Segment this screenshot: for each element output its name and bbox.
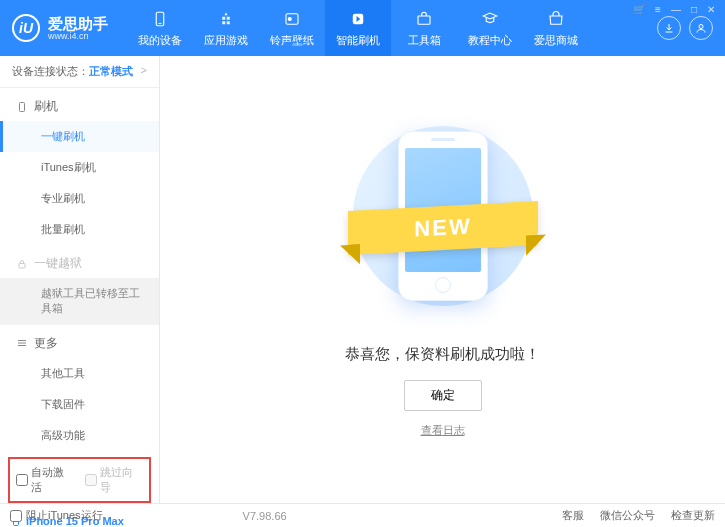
svg-rect-7: [20, 102, 25, 111]
sidebar-item-advanced[interactable]: 高级功能: [0, 420, 159, 451]
window-controls: 🛒 ≡ — □ ✕: [631, 4, 717, 15]
view-log-link[interactable]: 查看日志: [421, 423, 465, 438]
svg-rect-8: [19, 263, 25, 268]
success-illustration: NEW: [378, 121, 508, 331]
sidebar: 设备连接状态：正常模式 > 刷机 一键刷机 iTunes刷机 专业刷机 批量刷机…: [0, 56, 160, 503]
logo-icon: iU: [12, 14, 40, 42]
options-highlighted: 自动激活 跳过向导: [8, 457, 151, 503]
sidebar-item-oneclick-flash[interactable]: 一键刷机: [0, 121, 159, 152]
menu-icon[interactable]: ≡: [653, 4, 663, 15]
sidebar-item-batch-flash[interactable]: 批量刷机: [0, 214, 159, 245]
sidebar-item-jailbreak-note[interactable]: 越狱工具已转移至工具箱: [0, 278, 159, 325]
sidebar-item-pro-flash[interactable]: 专业刷机: [0, 183, 159, 214]
device-icon: [150, 9, 170, 29]
header-actions: [657, 16, 713, 40]
download-button[interactable]: [657, 16, 681, 40]
checkbox-skip-guide[interactable]: 跳过向导: [85, 465, 144, 495]
top-nav: 我的设备 应用游戏 铃声壁纸 智能刷机 工具箱 教程中心 爱思商城: [127, 0, 657, 56]
connection-status: 设备连接状态：正常模式 >: [0, 56, 159, 88]
app-title: 爱思助手: [48, 16, 108, 31]
new-ribbon: NEW: [348, 201, 538, 255]
nav-store[interactable]: 爱思商城: [523, 0, 589, 56]
nav-ringtones[interactable]: 铃声壁纸: [259, 0, 325, 56]
nav-tutorials[interactable]: 教程中心: [457, 0, 523, 56]
sidebar-item-itunes-flash[interactable]: iTunes刷机: [0, 152, 159, 183]
toolbox-icon: [414, 9, 434, 29]
ok-button[interactable]: 确定: [404, 380, 482, 411]
checkbox-auto-activate[interactable]: 自动激活: [16, 465, 75, 495]
nav-flash[interactable]: 智能刷机: [325, 0, 391, 56]
link-support[interactable]: 客服: [562, 508, 584, 523]
close-icon[interactable]: ✕: [705, 4, 717, 15]
chevron-right-icon[interactable]: >: [141, 64, 147, 76]
lock-icon: [16, 258, 28, 270]
svg-rect-5: [418, 16, 430, 24]
link-update[interactable]: 检查更新: [671, 508, 715, 523]
footer-links: 客服 微信公众号 检查更新: [562, 508, 715, 523]
svg-point-3: [288, 17, 291, 20]
checkbox-block-itunes[interactable]: 阻止iTunes运行: [10, 508, 103, 523]
nav-apps[interactable]: 应用游戏: [193, 0, 259, 56]
nav-my-device[interactable]: 我的设备: [127, 0, 193, 56]
flash-section-icon: [16, 101, 28, 113]
success-message: 恭喜您，保资料刷机成功啦！: [345, 345, 540, 364]
link-wechat[interactable]: 微信公众号: [600, 508, 655, 523]
tutorial-icon: [480, 9, 500, 29]
app-url: www.i4.cn: [48, 31, 108, 41]
logo: iU 爱思助手 www.i4.cn: [12, 14, 127, 42]
svg-point-6: [699, 25, 703, 29]
main-content: NEW 恭喜您，保资料刷机成功啦！ 确定 查看日志: [160, 56, 725, 503]
nav-toolbox[interactable]: 工具箱: [391, 0, 457, 56]
maximize-icon[interactable]: □: [689, 4, 699, 15]
sidebar-item-other-tools[interactable]: 其他工具: [0, 358, 159, 389]
media-icon: [282, 9, 302, 29]
minimize-icon[interactable]: —: [669, 4, 683, 15]
sidebar-item-download-firmware[interactable]: 下载固件: [0, 389, 159, 420]
flash-icon: [348, 9, 368, 29]
more-icon: [16, 337, 28, 349]
section-flash[interactable]: 刷机: [0, 88, 159, 121]
apps-icon: [216, 9, 236, 29]
section-more[interactable]: 更多: [0, 325, 159, 358]
section-jailbreak: 一键越狱: [0, 245, 159, 278]
store-icon: [546, 9, 566, 29]
version-label: V7.98.66: [243, 510, 287, 522]
cart-icon[interactable]: 🛒: [631, 4, 647, 15]
user-button[interactable]: [689, 16, 713, 40]
header: iU 爱思助手 www.i4.cn 我的设备 应用游戏 铃声壁纸 智能刷机 工具…: [0, 0, 725, 56]
